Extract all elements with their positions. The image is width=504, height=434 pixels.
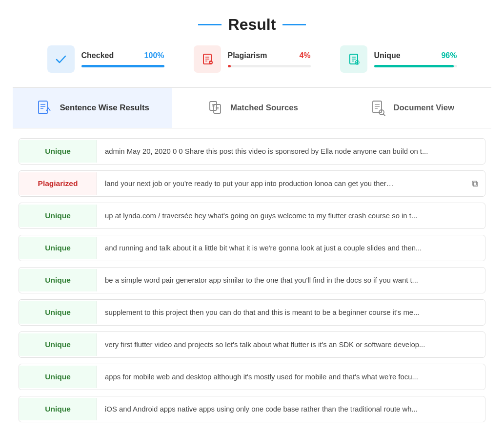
external-link-icon[interactable]: ⧉ bbox=[465, 179, 485, 189]
tab-label-matched-sources: Matched Sources bbox=[230, 103, 298, 113]
table-row: Uniqueadmin May 20, 2020 0 0 Share this … bbox=[19, 138, 485, 165]
status-badge: Plagiarized bbox=[19, 172, 97, 195]
checked-label: Checked bbox=[81, 51, 114, 60]
status-badge: Unique bbox=[19, 366, 97, 388]
tabs-row: Sentence Wise Results Matched Sources Do… bbox=[13, 87, 491, 128]
stat-card-checked: Checked100% bbox=[47, 45, 164, 73]
checked-info: Checked100% bbox=[81, 51, 164, 67]
table-row: UniqueiOS and Android apps native apps u… bbox=[19, 396, 485, 422]
header-line-left bbox=[198, 24, 222, 25]
stat-card-plagiarism: Plagiarism4% bbox=[194, 45, 311, 73]
status-badge: Unique bbox=[19, 269, 97, 291]
stats-row: Checked100% Plagiarism4% Unique96% bbox=[0, 45, 504, 87]
plagiarism-label: Plagiarism bbox=[228, 51, 267, 60]
unique-icon bbox=[340, 45, 367, 73]
plagiarism-icon bbox=[194, 45, 221, 73]
result-text: admin May 20, 2020 0 0 Share this post t… bbox=[97, 141, 485, 162]
result-text: very first flutter video and projects so… bbox=[97, 334, 485, 355]
checked-progress-bg bbox=[81, 65, 164, 67]
status-badge: Unique bbox=[19, 398, 97, 420]
tab-document-view[interactable]: Document View bbox=[332, 88, 491, 128]
tab-label-sentence-wise: Sentence Wise Results bbox=[60, 103, 149, 113]
result-text: be a simple word pair generator app simi… bbox=[97, 269, 485, 291]
table-row: Uniqueapps for mobile web and desktop al… bbox=[19, 364, 485, 390]
checked-icon bbox=[47, 45, 75, 73]
status-badge: Unique bbox=[19, 301, 97, 324]
tab-icon-sentence-wise bbox=[35, 99, 54, 117]
header-line-right bbox=[282, 24, 306, 25]
table-row: Uniqueup at lynda.com / traversée hey wh… bbox=[19, 203, 485, 229]
table-row: Uniquebe a simple word pair generator ap… bbox=[19, 267, 485, 293]
result-text: and running and talk about it a little b… bbox=[97, 237, 485, 259]
result-header: Result bbox=[0, 0, 504, 45]
page-title: Result bbox=[228, 16, 276, 34]
plagiarism-info: Plagiarism4% bbox=[228, 51, 311, 67]
result-text: up at lynda.com / traversée hey what's g… bbox=[97, 205, 485, 227]
table-row: Plagiarizedland your next job or you're … bbox=[19, 170, 485, 197]
unique-progress-bg bbox=[374, 65, 457, 67]
unique-info: Unique96% bbox=[374, 51, 457, 67]
tab-icon-matched-sources bbox=[206, 99, 224, 117]
tab-icon-document-view bbox=[369, 99, 387, 117]
status-badge: Unique bbox=[19, 140, 97, 163]
svg-rect-23 bbox=[373, 101, 382, 113]
plagiarism-progress-fill bbox=[228, 65, 231, 67]
status-badge: Unique bbox=[19, 205, 97, 227]
status-badge: Unique bbox=[19, 237, 97, 259]
stat-card-unique: Unique96% bbox=[340, 45, 457, 73]
checked-progress-fill bbox=[81, 65, 164, 67]
tab-matched-sources[interactable]: Matched Sources bbox=[172, 88, 332, 128]
results-area: Uniqueadmin May 20, 2020 0 0 Share this … bbox=[0, 128, 504, 434]
tab-sentence-wise[interactable]: Sentence Wise Results bbox=[13, 88, 172, 128]
plagiarism-pct: 4% bbox=[299, 51, 310, 60]
table-row: Uniqueand running and talk about it a li… bbox=[19, 235, 485, 261]
svg-rect-13 bbox=[39, 101, 47, 114]
unique-label: Unique bbox=[374, 51, 401, 60]
checked-pct: 100% bbox=[144, 51, 164, 60]
unique-progress-fill bbox=[374, 65, 454, 67]
table-row: Uniquesupplement to this project then yo… bbox=[19, 299, 485, 326]
tab-label-document-view: Document View bbox=[393, 103, 454, 113]
result-text: apps for mobile web and desktop although… bbox=[97, 366, 485, 388]
result-text: land your next job or you're ready to pu… bbox=[97, 173, 465, 194]
table-row: Uniquevery first flutter video and proje… bbox=[19, 331, 485, 358]
status-badge: Unique bbox=[19, 333, 97, 356]
svg-line-28 bbox=[383, 114, 385, 116]
result-text: supplement to this project then you can … bbox=[97, 302, 485, 323]
result-text: iOS and Android apps native apps using o… bbox=[97, 398, 485, 420]
plagiarism-progress-bg bbox=[228, 65, 311, 67]
unique-pct: 96% bbox=[441, 51, 457, 60]
